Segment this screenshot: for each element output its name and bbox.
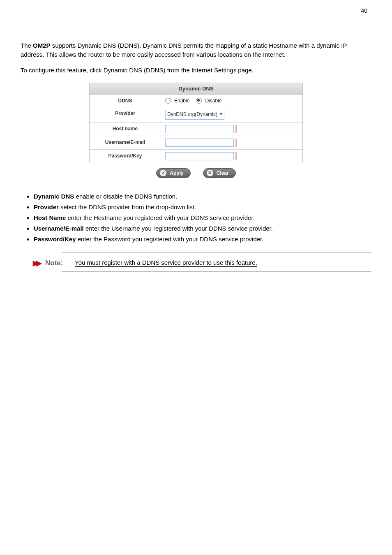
value-password — [161, 150, 302, 163]
term: Dynamic DNS — [34, 193, 74, 200]
radio-enable-label: Enable — [174, 98, 189, 104]
radio-enable[interactable] — [165, 98, 171, 104]
radio-disable[interactable] — [196, 98, 202, 104]
intro-prefix: The — [21, 42, 33, 49]
value-ddns: Enable Disable — [161, 95, 302, 107]
label-ddns: DDNS — [90, 95, 161, 107]
close-icon: ✕ — [207, 170, 213, 176]
page-number: 40 — [361, 7, 367, 14]
page: 40 The OM2P supports Dynamic DNS (DDNS).… — [0, 0, 392, 555]
divider-bottom — [62, 271, 371, 272]
term-desc: enter the Hostname you registered with y… — [66, 214, 254, 221]
value-hostname — [161, 123, 302, 136]
note-label: Note: — [45, 259, 65, 267]
label-username: Username/E-mail — [90, 136, 161, 149]
term: Provider — [34, 204, 59, 210]
list-item: Provider select the DDNS provider from t… — [34, 202, 371, 212]
row-provider: Provider DynDNS.org(Dynamic) — [90, 107, 302, 123]
subintro: To configure this feature, click Dynamic… — [21, 65, 371, 75]
radio-disable-label: Disable — [205, 98, 221, 104]
clear-button[interactable]: ✕ Clear — [203, 168, 236, 178]
note-text: You must register with a DDNS service pr… — [75, 259, 257, 267]
value-username — [161, 136, 302, 149]
term: Host Name — [34, 214, 66, 221]
term-desc: enable or disable the DDNS function. — [74, 193, 177, 200]
apply-button[interactable]: ✓ Apply — [156, 168, 190, 178]
term-desc: select the DDNS provider from the drop-d… — [59, 204, 196, 210]
intro-paragraph: The OM2P supports Dynamic DNS (DDNS). Dy… — [21, 41, 371, 59]
list-item: Username/E-mail enter the Username you r… — [34, 224, 371, 234]
label-hostname: Host name — [90, 123, 161, 136]
list-item: Password/Key enter the Password you regi… — [34, 234, 371, 244]
ddns-screenshot: Dynamic DNS DDNS Enable Disable Provider… — [89, 83, 303, 181]
provider-select[interactable]: DynDNS.org(Dynamic) — [165, 110, 224, 120]
apply-label: Apply — [170, 170, 183, 176]
list-item: Host Name enter the Hostname you registe… — [34, 213, 371, 223]
intro-brand: OM2P — [33, 42, 51, 49]
list-item: Dynamic DNS enable or disable the DDNS f… — [34, 192, 371, 201]
required-marker — [235, 152, 237, 160]
check-icon: ✓ — [160, 170, 166, 176]
term-desc: enter the Username you registered with y… — [84, 225, 273, 232]
password-input[interactable] — [165, 152, 234, 160]
term: Password/Key — [34, 236, 76, 243]
term: Username/E-mail — [34, 225, 84, 232]
chevron-right-icon: ▶▶ — [33, 259, 39, 267]
panel-header: Dynamic DNS — [90, 83, 302, 95]
required-marker — [235, 125, 237, 133]
row-password: Password/Key — [90, 150, 302, 163]
divider-top — [62, 252, 371, 253]
value-provider: DynDNS.org(Dynamic) — [161, 107, 302, 122]
label-password: Password/Key — [90, 150, 161, 163]
definitions-list: Dynamic DNS enable or disable the DDNS f… — [21, 192, 371, 244]
label-provider: Provider — [90, 107, 161, 122]
username-input[interactable] — [165, 139, 234, 147]
row-hostname: Host name — [90, 123, 302, 136]
note-row: ▶▶ Note: You must register with a DDNS s… — [33, 259, 371, 267]
required-marker — [235, 139, 237, 147]
clear-label: Clear — [217, 170, 229, 176]
button-row: ✓ Apply ✕ Clear — [89, 168, 303, 181]
intro-suffix: supports Dynamic DNS (DDNS). Dynamic DNS… — [21, 42, 347, 58]
row-ddns: DDNS Enable Disable — [90, 95, 302, 107]
ddns-panel: Dynamic DNS DDNS Enable Disable Provider… — [89, 83, 303, 163]
row-username: Username/E-mail — [90, 136, 302, 150]
term-desc: enter the Password you registered with y… — [76, 236, 264, 243]
hostname-input[interactable] — [165, 125, 234, 133]
